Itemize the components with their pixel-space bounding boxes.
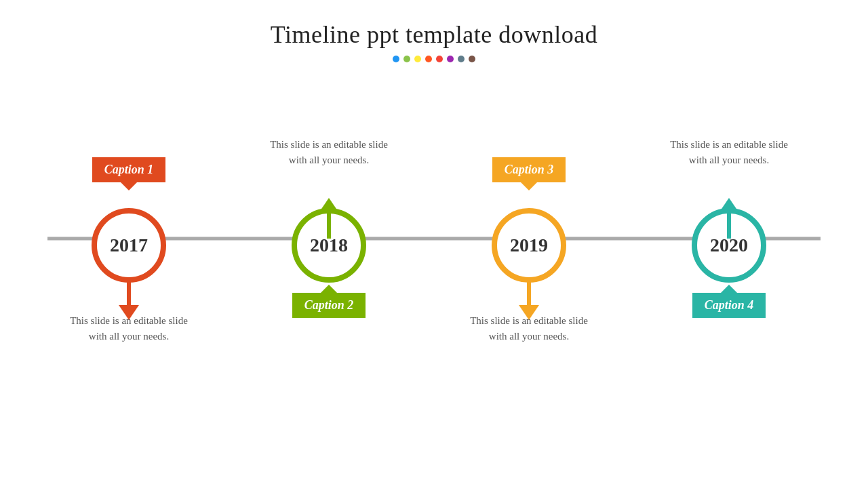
arrow-down-2017 — [115, 279, 142, 320]
timeline-item-2017: Caption 1 2017 This slide is an editable… — [61, 69, 197, 408]
decorative-dot-6 — [447, 56, 454, 62]
svg-marker-3 — [319, 198, 339, 213]
circle-node-2019: 2019 — [492, 208, 566, 283]
timeline-item-2018: This slide is an editable slide with all… — [261, 69, 397, 408]
timeline-area: Caption 1 2017 This slide is an editable… — [27, 69, 841, 408]
decorative-dot-7 — [458, 56, 465, 62]
page-title: Timeline ppt template download — [271, 20, 598, 49]
title-section: Timeline ppt template download — [271, 20, 598, 62]
decorative-dot-2 — [403, 56, 410, 62]
decorative-dot-5 — [436, 56, 443, 62]
caption-label-4: Caption 4 — [692, 293, 766, 318]
description-2020-top: This slide is an editable slide with all… — [668, 137, 790, 167]
caption-label-1: Caption 1 — [92, 157, 166, 182]
arrow-down-2019 — [515, 279, 542, 320]
caption-label-2: Caption 2 — [292, 293, 366, 318]
circle-node-2017: 2017 — [92, 208, 166, 283]
timeline-item-2020: This slide is an editable slide with all… — [661, 69, 797, 408]
decorative-dots — [271, 56, 598, 62]
year-2017: 2017 — [110, 235, 148, 256]
svg-marker-5 — [519, 305, 539, 320]
description-2018-top: This slide is an editable slide with all… — [268, 137, 390, 167]
decorative-dot-4 — [425, 56, 432, 62]
svg-marker-7 — [719, 198, 739, 213]
arrow-up-2020 — [715, 198, 743, 239]
decorative-dot-8 — [469, 56, 475, 62]
caption-label-3: Caption 3 — [492, 157, 566, 182]
page-container: Timeline ppt template download Caption 1… — [0, 0, 868, 488]
timeline-item-2019: Caption 3 2019 This slide is an editable… — [461, 69, 597, 408]
svg-marker-1 — [119, 305, 139, 320]
decorative-dot-3 — [414, 56, 421, 62]
year-2019: 2019 — [510, 235, 548, 256]
decorative-dot-1 — [393, 56, 399, 62]
arrow-up-2018 — [315, 198, 342, 239]
